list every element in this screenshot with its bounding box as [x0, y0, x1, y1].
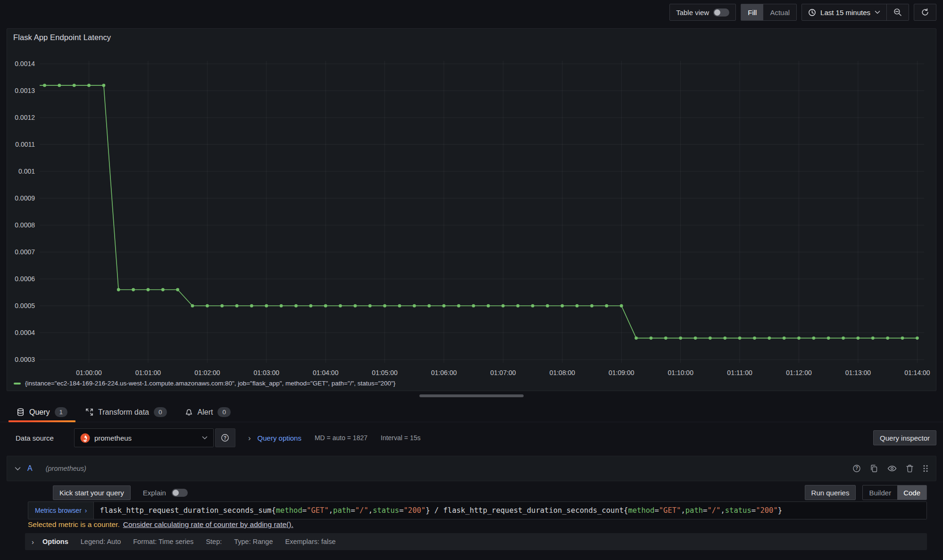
query-options-link[interactable]: Query options — [258, 434, 301, 442]
tab-query[interactable]: Query 1 — [8, 402, 76, 422]
tab-alert-label: Alert — [198, 408, 213, 417]
query-toolbar: Kick start your query Explain Run querie… — [7, 485, 936, 500]
refresh-button[interactable] — [914, 4, 936, 20]
fill-button[interactable]: Fill — [741, 4, 763, 20]
table-view-label: Table view — [676, 8, 709, 17]
query-options-stats: MD = auto = 1827 Interval = 15s — [315, 434, 421, 442]
svg-text:01:05:00: 01:05:00 — [372, 369, 398, 376]
svg-text:01:10:00: 01:10:00 — [668, 369, 693, 376]
bell-icon — [185, 408, 193, 416]
query-row-header[interactable]: A (prometheus) ? — [7, 456, 936, 481]
max-data-points: MD = auto = 1827 — [315, 434, 367, 442]
query-options-bar[interactable]: › Options Legend: Auto Format: Time seri… — [25, 533, 927, 550]
counter-warning: Selected metric is a counter. Consider c… — [28, 519, 293, 530]
metrics-browser-button[interactable]: Metrics browser › — [28, 502, 93, 519]
duplicate-icon[interactable] — [870, 464, 878, 473]
svg-text:01:13:00: 01:13:00 — [845, 369, 871, 376]
zoom-out-button[interactable] — [887, 4, 909, 20]
svg-text:01:12:00: 01:12:00 — [786, 369, 812, 376]
query-options-chevron-icon[interactable]: › — [248, 434, 251, 442]
query-inspector-button[interactable]: Query inspector — [873, 430, 936, 445]
svg-text:0.0014: 0.0014 — [15, 60, 35, 67]
table-view-group: Table view — [669, 4, 736, 21]
editor-tabs: Query 1 Transform data 0 Alert 0 — [0, 402, 943, 422]
query-editor-row: Metrics browser › flask_http_request_dur… — [28, 501, 927, 519]
svg-text:0.001: 0.001 — [18, 167, 35, 175]
svg-text:01:11:00: 01:11:00 — [727, 369, 752, 376]
svg-text:01:02:00: 01:02:00 — [194, 369, 220, 376]
explain-label: Explain — [143, 489, 166, 497]
svg-text:01:03:00: 01:03:00 — [254, 369, 280, 376]
svg-text:0.0008: 0.0008 — [15, 221, 35, 229]
tab-transform-label: Transform data — [98, 408, 149, 417]
explain-switch[interactable] — [172, 489, 188, 497]
transform-icon — [85, 408, 93, 416]
refresh-icon — [921, 8, 929, 17]
metrics-browser-label: Metrics browser — [35, 507, 82, 514]
time-range-button[interactable]: Last 15 minutes — [802, 4, 886, 20]
promql-input[interactable]: flask_http_request_duration_seconds_sum{… — [93, 502, 926, 519]
warning-rate-link[interactable]: Consider calculating rate of counter by … — [123, 520, 293, 529]
interval: Interval = 15s — [381, 434, 420, 442]
query-row-actions: ? — [852, 464, 928, 473]
option-step: Step: — [206, 538, 222, 545]
query-datasource-hint: (prometheus) — [46, 465, 86, 472]
svg-text:01:14:00: 01:14:00 — [904, 369, 930, 376]
svg-text:0.0004: 0.0004 — [15, 329, 35, 336]
datasource-picker[interactable]: prometheus — [74, 428, 214, 447]
table-view-switch[interactable] — [713, 8, 729, 17]
legend-swatch — [14, 383, 21, 384]
tab-transform[interactable]: Transform data 0 — [76, 402, 175, 422]
code-mode-button[interactable]: Code — [897, 485, 926, 500]
actual-button[interactable]: Actual — [763, 4, 796, 20]
warning-text: Selected metric is a counter. — [28, 520, 120, 529]
svg-text:0.0007: 0.0007 — [15, 248, 35, 256]
chevron-down-icon — [202, 436, 208, 440]
option-legend: Legend: Auto — [81, 538, 121, 545]
help-icon[interactable]: ? — [852, 464, 861, 473]
option-format: Format: Time series — [133, 538, 193, 545]
datasource-value: prometheus — [94, 434, 132, 442]
legend-label: {instance="ec2-184-169-216-224.us-west-1… — [25, 380, 395, 387]
datasource-label: Data source — [16, 434, 54, 442]
database-icon — [17, 408, 25, 416]
svg-text:0.0006: 0.0006 — [15, 275, 35, 283]
eye-icon[interactable] — [887, 465, 897, 472]
top-toolbar: Table view Fill Actual Last 15 minutes — [669, 4, 936, 21]
tab-alert[interactable]: Alert 0 — [176, 402, 240, 422]
clock-icon — [808, 8, 816, 17]
svg-text:?: ? — [855, 466, 858, 471]
table-view-toggle[interactable]: Table view — [670, 4, 735, 20]
builder-code-switch: Builder Code — [862, 485, 927, 500]
svg-text:0.0003: 0.0003 — [15, 356, 35, 363]
tab-query-count: 1 — [55, 407, 68, 417]
collapse-chevron-icon[interactable] — [15, 467, 21, 471]
svg-text:0.0013: 0.0013 — [15, 87, 35, 94]
zoom-out-icon — [893, 8, 902, 17]
splitter-drag-handle[interactable] — [419, 394, 524, 397]
question-circle-icon: ? — [221, 434, 229, 442]
options-chevron-icon[interactable]: › — [32, 538, 34, 546]
builder-mode-button[interactable]: Builder — [863, 485, 897, 500]
svg-text:01:07:00: 01:07:00 — [490, 369, 516, 376]
svg-text:01:08:00: 01:08:00 — [550, 369, 576, 376]
svg-text:0.0005: 0.0005 — [15, 302, 35, 309]
option-exemplars: Exemplars: false — [285, 538, 335, 545]
refresh-group — [914, 4, 936, 21]
tab-alert-count: 0 — [217, 407, 231, 417]
query-ref-id: A — [27, 464, 33, 473]
svg-text:0.0011: 0.0011 — [15, 141, 35, 148]
datasource-help-button[interactable]: ? — [215, 428, 235, 447]
drag-handle-icon[interactable] — [923, 464, 928, 473]
run-queries-button[interactable]: Run queries — [805, 485, 856, 500]
tab-transform-count: 0 — [154, 407, 167, 417]
options-title: Options — [42, 538, 68, 545]
time-series-panel: Flask App Endpoint Latency 0.00140.00130… — [7, 28, 936, 391]
kick-start-button[interactable]: Kick start your query — [53, 485, 131, 500]
trash-icon[interactable] — [906, 464, 914, 473]
legend-item[interactable]: {instance="ec2-184-169-216-224.us-west-1… — [14, 380, 395, 387]
option-type: Type: Range — [234, 538, 273, 545]
latency-chart: 0.00140.00130.00120.00110.0010.00090.000… — [7, 29, 937, 392]
chevron-right-icon: › — [85, 507, 87, 514]
svg-text:0.0009: 0.0009 — [15, 194, 35, 202]
